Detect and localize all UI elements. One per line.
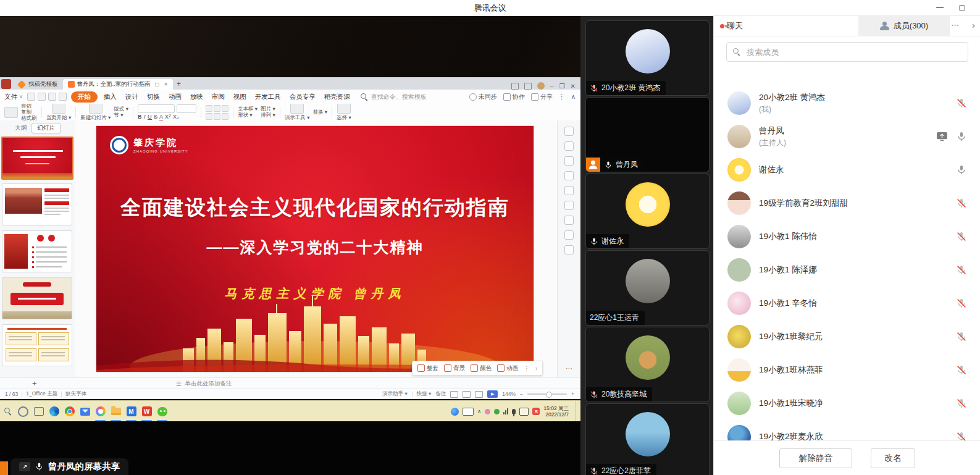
member-row[interactable]: 19级学前教育2班刘甜甜 (714, 187, 980, 220)
tab-members[interactable]: 成员(300) (858, 15, 950, 36)
panel-more-icon[interactable]: ⋯ (951, 20, 959, 30)
zoom-out-icon[interactable]: − (520, 391, 523, 397)
ribbon-tab-animation[interactable]: 动画 (164, 91, 186, 103)
docs-app-icon[interactable]: M (124, 401, 139, 422)
video-tile[interactable]: 20小教2班 黄鸿杰 (585, 20, 710, 96)
video-tile[interactable]: 22应心2唐菲苹 (585, 403, 710, 475)
video-tile[interactable]: 曾丹凤 (585, 97, 710, 172)
pane-tab-outline[interactable]: 大纲 (15, 124, 27, 132)
sidebar-tool-icon[interactable] (564, 216, 574, 225)
mic-muted-icon[interactable] (956, 364, 967, 376)
member-row[interactable]: 19小教1 陈伟怡 (714, 220, 980, 253)
toolbar-more-icon[interactable]: ⋮ (524, 365, 530, 372)
command-search[interactable]: 查找命令、搜索模板 (361, 93, 427, 101)
video-tile[interactable]: 20教技高坚城 (585, 327, 710, 402)
present-assistant-button[interactable]: 演示助手 ▾ (382, 390, 408, 398)
ribbon-tab-view[interactable]: 视图 (229, 91, 251, 103)
wps-close-icon[interactable]: ✕ (571, 83, 576, 90)
sidebar-tool-icon[interactable] (564, 201, 574, 210)
file-explorer-icon[interactable] (108, 401, 124, 422)
new-slide-button[interactable]: 新建幻灯片 ▾ (80, 104, 111, 121)
ribbon-tab-home[interactable]: 开始 (71, 91, 98, 103)
ribbon-tab-review[interactable]: 审阅 (207, 91, 229, 103)
shape-button[interactable]: 形状 ▾ (238, 112, 258, 118)
ribbon-tab-dev[interactable]: 开发工具 (251, 91, 285, 103)
font-format-buttons[interactable]: B I U S A X² X₂ (138, 114, 196, 120)
cut-button[interactable]: 剪切 (21, 104, 37, 109)
collapse-ribbon-icon[interactable]: ∧ (571, 93, 576, 100)
picture-button[interactable]: 图片 ▾ (261, 106, 275, 112)
save-icon[interactable] (27, 93, 35, 101)
file-menu[interactable]: 文件 ∨ (0, 93, 27, 101)
grid-icon[interactable] (524, 83, 532, 90)
ribbon-tab-insert[interactable]: 插入 (99, 91, 121, 103)
ribbon-tab-member[interactable]: 会员专享 (285, 91, 320, 103)
align-buttons[interactable] (206, 105, 228, 120)
screen-share-icon[interactable] (936, 132, 948, 141)
layout-icon[interactable] (511, 83, 519, 90)
task-view-button[interactable] (31, 401, 46, 422)
wps-minimize-icon[interactable]: − (550, 83, 554, 90)
layout-button[interactable]: 版式 ▾ (114, 106, 128, 112)
show-desktop-button[interactable] (575, 401, 579, 422)
slide-thumb-5[interactable] (2, 324, 72, 366)
maximize-button[interactable]: ▢ (953, 0, 971, 15)
new-tab-button[interactable]: + (177, 80, 181, 88)
notes-toggle-button[interactable]: 备注 (435, 390, 446, 398)
slideshow-play-button[interactable]: ▶ (487, 390, 498, 398)
share-button[interactable]: 分享 (531, 93, 553, 101)
undo-icon[interactable] (48, 93, 56, 101)
tab-restore-icon[interactable]: ▢ (155, 82, 160, 87)
zoom-in-icon[interactable]: + (571, 391, 574, 397)
mic-muted-icon[interactable] (956, 264, 967, 275)
wechat-icon[interactable] (154, 401, 170, 422)
redo-icon[interactable] (59, 93, 67, 101)
wps-restore-icon[interactable]: ❐ (559, 83, 565, 90)
replace-button[interactable]: 替换 ▾ (312, 109, 327, 115)
member-search-box[interactable] (726, 42, 968, 62)
zoom-level[interactable]: 144% (502, 391, 516, 397)
mic-muted-icon[interactable] (956, 231, 967, 242)
sidebar-tool-icon[interactable] (564, 141, 574, 151)
wps-taskbar-icon[interactable]: W (139, 401, 154, 422)
read-view-icon[interactable] (475, 391, 483, 398)
account-avatar[interactable] (537, 82, 545, 90)
wps-tab-docer[interactable]: 找稿壳模板 (14, 79, 63, 90)
video-tile[interactable]: 22应心1王运青 (585, 250, 710, 326)
tray-mic-icon[interactable] (512, 409, 516, 414)
animation-button[interactable]: 动画 (497, 364, 518, 372)
edge-icon[interactable] (46, 401, 62, 422)
slide-thumb-1[interactable] (1, 137, 73, 180)
sidebar-tool-icon[interactable] (564, 186, 574, 195)
mic-muted-icon[interactable] (956, 331, 967, 342)
tray-panel-icon[interactable] (519, 408, 529, 416)
mic-muted-icon[interactable] (956, 398, 967, 409)
tray-app-icon[interactable] (494, 409, 500, 414)
beautify-suite-button[interactable]: 整套 (417, 364, 438, 372)
taskbar-search-button[interactable] (0, 401, 15, 422)
normal-view-icon[interactable] (450, 391, 458, 398)
ribbon-tab-design[interactable]: 设计 (121, 91, 143, 103)
tray-expand-icon[interactable]: ∧ (477, 408, 482, 414)
toolbar-expand-icon[interactable]: › (535, 365, 537, 372)
search-input[interactable] (745, 47, 961, 57)
mic-muted-icon[interactable] (956, 198, 967, 209)
font-name-box[interactable] (138, 104, 175, 113)
sidebar-tool-icon[interactable] (564, 245, 574, 254)
sync-status[interactable]: 未同步 (469, 93, 497, 101)
missing-font-warning[interactable]: 缺失字体 (65, 390, 86, 398)
tray-meeting-icon[interactable] (451, 408, 459, 416)
tray-app-icon[interactable] (485, 409, 490, 414)
ribbon-tab-docer[interactable]: 稻壳资源 (320, 91, 354, 103)
tray-ime-icon[interactable] (463, 408, 474, 416)
tab-chat[interactable]: 聊天 (714, 15, 858, 36)
cortana-button[interactable] (15, 401, 31, 422)
current-slide[interactable]: 肇庆学院 ZHAOQING UNIVERSITY 全面建设社会主义现代化国家的行… (96, 125, 534, 372)
sorter-view-icon[interactable] (463, 391, 471, 398)
member-row[interactable]: 20小教2班 黄鸿杰 (我) (714, 86, 980, 120)
slide-thumb-3[interactable] (2, 230, 72, 272)
unmute-button[interactable]: 解除静音 (779, 448, 852, 468)
background-button[interactable]: 背景 (444, 364, 465, 372)
sidebar-tool-icon[interactable] (564, 156, 574, 166)
select-button[interactable]: 选择 ▾ (337, 104, 351, 121)
